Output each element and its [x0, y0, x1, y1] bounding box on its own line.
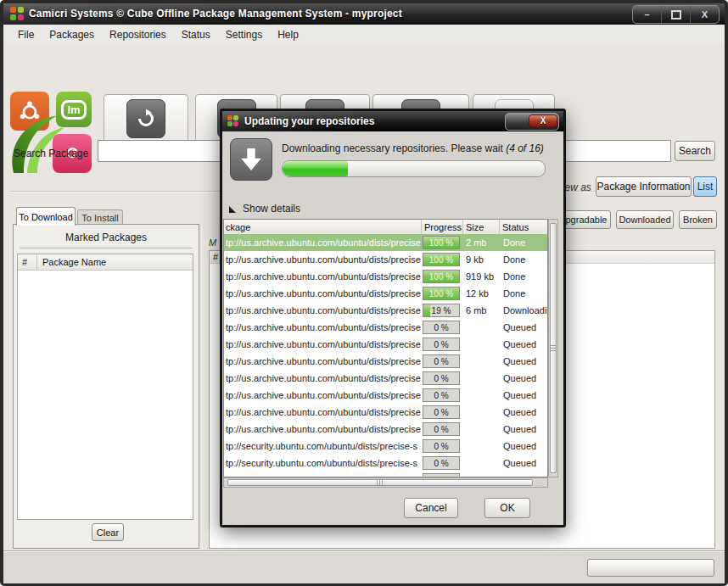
- dialog-window-controls: X: [505, 113, 559, 131]
- row-progress-label: 0 %: [423, 457, 459, 469]
- close-button[interactable]: X: [691, 6, 719, 23]
- horizontal-scrollbar[interactable]: [223, 477, 548, 488]
- menu-status[interactable]: Status: [174, 29, 218, 41]
- dialog-message-progress-count: (4 of 16): [506, 142, 544, 154]
- row-progress-bar: 0 %: [423, 354, 460, 368]
- search-button[interactable]: Search: [675, 141, 715, 161]
- repository-row[interactable]: tp://security.ubuntu.com/ubuntu/dists/pr…: [224, 472, 547, 477]
- ok-button[interactable]: OK: [484, 498, 530, 518]
- row-size: 6 mb: [463, 305, 500, 315]
- row-progress-cell: 0 %: [422, 321, 463, 334]
- menu-repositories[interactable]: Repositories: [102, 29, 174, 41]
- list-view-button[interactable]: List: [693, 176, 717, 197]
- menu-settings[interactable]: Settings: [218, 29, 270, 41]
- row-progress-label: 0 %: [423, 355, 459, 367]
- package-information-button[interactable]: Package Information: [596, 176, 692, 197]
- column-header-fragment: #: [213, 252, 218, 262]
- tab-to-download[interactable]: To Download: [16, 207, 76, 226]
- row-progress-cell: 0 %: [422, 439, 463, 453]
- repository-row[interactable]: tp://us.archive.ubuntu.com/ubuntu/dists/…: [224, 302, 547, 319]
- row-progress-bar: 0 %: [423, 405, 460, 419]
- cancel-button[interactable]: Cancel: [404, 498, 458, 518]
- marked-packages-title: Marked Packages: [14, 232, 199, 243]
- app-icon: [10, 7, 24, 20]
- repositories-table[interactable]: ckage Progress Size Status tp://us.archi…: [223, 219, 548, 477]
- column-package[interactable]: ckage: [224, 220, 422, 234]
- row-progress-cell: 100 %: [422, 270, 463, 283]
- broken-filter-button[interactable]: Broken: [679, 210, 717, 229]
- column-progress[interactable]: Progress: [422, 220, 463, 234]
- row-status: Queued: [500, 407, 547, 417]
- row-url: tp://us.archive.ubuntu.com/ubuntu/dists/…: [224, 237, 422, 248]
- row-progress-label: 100 %: [423, 271, 459, 282]
- broken-label: Broken: [683, 215, 713, 225]
- row-status: Queued: [500, 373, 547, 383]
- row-progress-bar: 0 %: [423, 388, 460, 402]
- window-frame: Camicri Systems © Cube Offline Package M…: [3, 3, 725, 582]
- row-status: Done: [500, 237, 547, 248]
- horizontal-scrollbar-thumb[interactable]: [227, 479, 533, 486]
- menu-packages[interactable]: Packages: [42, 29, 102, 41]
- app-icon-square: [18, 7, 24, 13]
- marked-packages-table[interactable]: # Package Name: [17, 254, 193, 520]
- dialog-message-text: Downloading necessary repositories. Plea…: [282, 142, 503, 154]
- app-icon-square: [18, 14, 24, 20]
- row-progress-cell: 100 %: [422, 236, 463, 249]
- repository-row[interactable]: tp://us.archive.ubuntu.com/ubuntu/dists/…: [224, 387, 547, 404]
- package-information-label: Package Information: [596, 181, 690, 193]
- row-progress-bar: 100 %: [423, 253, 460, 266]
- menu-help[interactable]: Help: [270, 29, 306, 41]
- repository-row[interactable]: tp://us.archive.ubuntu.com/ubuntu/dists/…: [224, 251, 547, 268]
- middle-panel-label-fragment: M: [209, 237, 216, 248]
- downloaded-filter-button[interactable]: Downloaded: [616, 210, 674, 229]
- row-progress-cell: 0 %: [422, 405, 463, 419]
- repository-row[interactable]: tp://us.archive.ubuntu.com/ubuntu/dists/…: [224, 353, 547, 370]
- show-details-label[interactable]: Show details: [243, 203, 300, 215]
- repository-row[interactable]: tp://us.archive.ubuntu.com/ubuntu/dists/…: [224, 336, 547, 353]
- row-status: Queued: [500, 390, 547, 400]
- main-titlebar[interactable]: Camicri Systems © Cube Offline Package M…: [3, 3, 725, 25]
- window-title: Camicri Systems © Cube Offline Package M…: [29, 8, 402, 20]
- repository-row[interactable]: tp://us.archive.ubuntu.com/ubuntu/dists/…: [224, 268, 547, 285]
- column-package-name: Package Name: [37, 257, 106, 267]
- row-status: Queued: [500, 339, 547, 349]
- clear-button[interactable]: Clear: [92, 523, 124, 541]
- row-progress-label: 0 %: [423, 321, 459, 333]
- show-details-expander-icon[interactable]: [229, 206, 236, 213]
- row-status: Queued: [500, 475, 547, 477]
- repositories-table-rows: tp://us.archive.ubuntu.com/ubuntu/dists/…: [224, 234, 547, 477]
- row-url: tp://us.archive.ubuntu.com/ubuntu/dists/…: [224, 407, 422, 417]
- repository-row[interactable]: tp://us.archive.ubuntu.com/ubuntu/dists/…: [224, 234, 547, 251]
- repository-row[interactable]: tp://us.archive.ubuntu.com/ubuntu/dists/…: [224, 285, 547, 302]
- close-icon: X: [702, 9, 708, 20]
- maximize-button[interactable]: [662, 6, 691, 23]
- upgradable-label: Upgradable: [559, 215, 608, 225]
- dialog-titlebar[interactable]: Updating your repositories X: [222, 111, 563, 131]
- vertical-scrollbar[interactable]: [548, 219, 558, 477]
- column-status[interactable]: Status: [500, 220, 547, 234]
- row-size: 2 mb: [463, 237, 500, 248]
- repository-row[interactable]: tp://security.ubuntu.com/ubuntu/dists/pr…: [224, 438, 547, 455]
- repository-row[interactable]: tp://us.archive.ubuntu.com/ubuntu/dists/…: [224, 404, 547, 421]
- menu-file[interactable]: File: [10, 29, 42, 41]
- repository-row[interactable]: tp://security.ubuntu.com/ubuntu/dists/pr…: [224, 455, 547, 472]
- column-size[interactable]: Size: [463, 220, 500, 234]
- repository-row[interactable]: tp://us.archive.ubuntu.com/ubuntu/dists/…: [224, 319, 547, 336]
- repository-row[interactable]: tp://us.archive.ubuntu.com/ubuntu/dists/…: [224, 370, 547, 387]
- window-controls: – X: [632, 5, 720, 24]
- minimize-button[interactable]: –: [633, 6, 662, 23]
- row-progress-cell: 0 %: [422, 371, 463, 385]
- status-bar: [3, 550, 725, 583]
- row-progress-cell: 100 %: [422, 287, 463, 300]
- row-progress-label: 0 %: [423, 372, 459, 384]
- repository-row[interactable]: tp://us.archive.ubuntu.com/ubuntu/dists/…: [224, 421, 547, 438]
- tab-label: To Install: [81, 213, 118, 223]
- row-status: Queued: [500, 458, 547, 468]
- row-status: Queued: [500, 322, 547, 332]
- search-button-label: Search: [679, 145, 711, 157]
- row-status: Queued: [500, 424, 547, 434]
- dialog-close-button[interactable]: X: [529, 114, 557, 127]
- row-progress-cell: 0 %: [422, 422, 463, 436]
- status-progress-bar: [587, 559, 714, 577]
- vertical-scrollbar-thumb[interactable]: [550, 223, 557, 473]
